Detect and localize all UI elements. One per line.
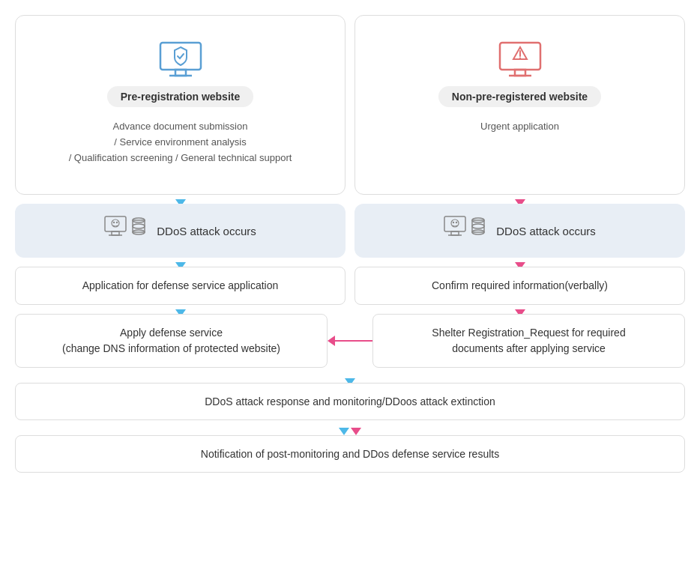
- non-pre-reg-desc: Urgent application: [480, 119, 559, 135]
- non-pre-reg-badge: Non-pre-registered website: [438, 86, 601, 107]
- svg-point-13: [116, 222, 118, 223]
- step1-right-col: Confirm required information(verbally): [354, 267, 685, 305]
- step2-right-box: Shelter Registration_Request for require…: [372, 314, 685, 368]
- step1-left-box: Application for defense service applicat…: [15, 267, 346, 305]
- step1-row: Application for defense service applicat…: [15, 267, 685, 305]
- svg-point-17: [133, 224, 145, 228]
- ddos-row: DDoS attack occurs DDoS attac: [15, 204, 685, 258]
- pre-reg-badge: Pre-registration website: [107, 86, 254, 107]
- h-arrow-pink: [328, 336, 372, 346]
- monitor-warning-icon: [494, 34, 546, 86]
- left-arrow-3: [15, 305, 346, 314]
- top-row: Pre-registration website Advance documen…: [15, 15, 685, 195]
- step2-row: Apply defense service(change DNS informa…: [15, 314, 685, 368]
- non-pre-registration-box: Non-pre-registered website Urgent applic…: [354, 15, 685, 195]
- right-column: Non-pre-registered website Urgent applic…: [354, 15, 685, 195]
- svg-rect-8: [105, 216, 126, 231]
- arrows-row-2: [15, 258, 685, 267]
- pre-reg-desc: Advance document submission/ Service env…: [69, 119, 292, 166]
- step2-right-col: Shelter Registration_Request for require…: [372, 314, 685, 368]
- dual-arrows: [344, 423, 356, 432]
- ddos-right-label: DDoS attack occurs: [496, 225, 596, 237]
- ddos-right-box: DDoS attack occurs: [354, 204, 685, 258]
- svg-point-12: [113, 222, 115, 223]
- step1-right-box: Confirm required information(verbally): [354, 267, 685, 305]
- svg-point-22: [453, 222, 454, 223]
- horizontal-arrow-container: [328, 336, 372, 346]
- right-arrow-2: [354, 258, 685, 267]
- step2-left-col: Apply defense service(change DNS informa…: [15, 314, 328, 368]
- ddos-left-icon: [104, 216, 146, 246]
- monitoring-box: DDoS attack response and monitoring/DDoo…: [15, 383, 685, 420]
- svg-point-7: [519, 58, 521, 59]
- arrow-left-line: [335, 340, 372, 342]
- main-diagram: Pre-registration website Advance documen…: [15, 15, 685, 473]
- arrows-row-1: [15, 195, 685, 204]
- notification-box: Notification of post-monitoring and DDos…: [15, 435, 685, 473]
- arrows-row-3: [15, 305, 685, 314]
- left-arrow-2: [15, 258, 346, 267]
- ddos-left-label: DDoS attack occurs: [157, 225, 256, 237]
- svg-point-23: [456, 222, 457, 223]
- ddos-right-icon: [444, 216, 486, 246]
- ddos-left-box: DDoS attack occurs: [15, 204, 346, 258]
- left-column: Pre-registration website Advance documen…: [15, 15, 346, 195]
- svg-rect-18: [444, 216, 465, 231]
- svg-point-27: [472, 224, 484, 228]
- ddos-left-col: DDoS attack occurs: [15, 204, 346, 258]
- left-arrow-1: [15, 195, 346, 204]
- pre-registration-box: Pre-registration website Advance documen…: [15, 15, 346, 195]
- arrow-left-head: [328, 336, 335, 346]
- ddos-right-col: DDoS attack occurs: [354, 204, 685, 258]
- right-arrow-3: [354, 305, 685, 314]
- monitor-shield-icon: [154, 34, 207, 86]
- step1-left-col: Application for defense service applicat…: [15, 267, 346, 305]
- right-arrow-1: [354, 195, 685, 204]
- step2-left-box: Apply defense service(change DNS informa…: [15, 314, 328, 368]
